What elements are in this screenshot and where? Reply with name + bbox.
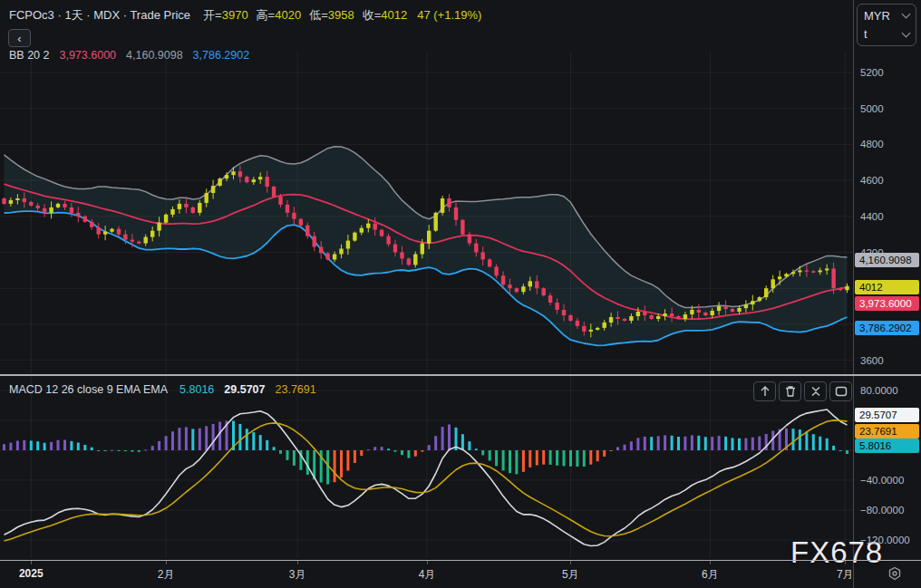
price-label-badge: 4,160.9098 (855, 253, 919, 267)
time-tick-label: 5月 (548, 567, 592, 583)
axis-tick-label: 4400 (860, 209, 884, 224)
delete-indicator-button[interactable] (779, 381, 801, 401)
unit-value: t (864, 27, 868, 41)
maximize-pane-button[interactable] (829, 381, 852, 401)
axis-tick-label: −120.0000 (860, 533, 910, 547)
time-tick-mark (297, 561, 298, 564)
price-label-badge: 4012 (855, 280, 919, 294)
currency-value: MYR (864, 9, 890, 23)
price-macd-chart-canvas[interactable] (0, 0, 853, 560)
back-button[interactable]: ‹ (8, 29, 31, 47)
price-label-badge: 3,973.6000 (855, 296, 919, 311)
time-tick-label: 2025 (9, 567, 53, 580)
time-tick-label: 7月 (823, 567, 867, 583)
collapse-icon (808, 383, 824, 400)
move-pane-up-button[interactable] (753, 381, 776, 401)
price-label-badge: 29.5707 (855, 408, 919, 422)
time-tick-mark (427, 561, 428, 564)
collapse-pane-button[interactable] (804, 381, 827, 401)
time-tick-mark (570, 561, 571, 564)
display-unit-selector: MYR t (857, 4, 916, 46)
time-tick-mark (31, 561, 32, 564)
axis-tick-label: 3600 (860, 353, 884, 368)
axis-tick-label: 4600 (860, 173, 884, 188)
axis-tick-label: 5200 (860, 65, 884, 80)
chevron-down-icon (902, 10, 911, 19)
maximize-icon (833, 383, 849, 400)
price-label-badge: 23.7691 (855, 424, 919, 439)
pane-divider-handle[interactable] (0, 374, 921, 376)
arrow-up-icon (757, 383, 773, 400)
unit-dropdown[interactable]: t (864, 25, 909, 43)
time-tick-label: 4月 (405, 567, 449, 583)
axis-tick-label: 5000 (860, 101, 884, 116)
axis-tick-label: −80.0000 (860, 503, 904, 517)
time-tick-mark (166, 561, 167, 564)
back-chevron-icon: ‹ (17, 32, 21, 45)
time-tick-mark (845, 561, 846, 564)
axis-settings-gear-icon[interactable] (887, 565, 903, 582)
chevron-down-icon (902, 28, 911, 37)
indicator-pane-toolbar (753, 381, 852, 401)
price-label-badge: 3,786.2902 (855, 321, 919, 335)
axis-tick-label: 80.0000 (860, 383, 898, 398)
trash-icon (782, 383, 799, 400)
currency-dropdown[interactable]: MYR (864, 7, 909, 24)
time-tick-mark (710, 561, 711, 564)
price-label-badge: 5.8016 (855, 439, 919, 453)
price-axis[interactable]: 520050004800460044004200360080.0000−40.0… (853, 0, 921, 560)
trading-chart-app: FX678 FCPOc3 · 1天 · MDX · Trade Price开=3… (0, 0, 921, 588)
axis-tick-label: −40.0000 (860, 473, 904, 487)
time-tick-label: 3月 (276, 567, 319, 583)
axis-tick-label: 4800 (860, 137, 884, 151)
time-tick-label: 6月 (688, 567, 732, 583)
time-tick-label: 2月 (144, 567, 188, 583)
time-axis[interactable]: 20252月3月4月5月6月7月 (0, 560, 921, 588)
